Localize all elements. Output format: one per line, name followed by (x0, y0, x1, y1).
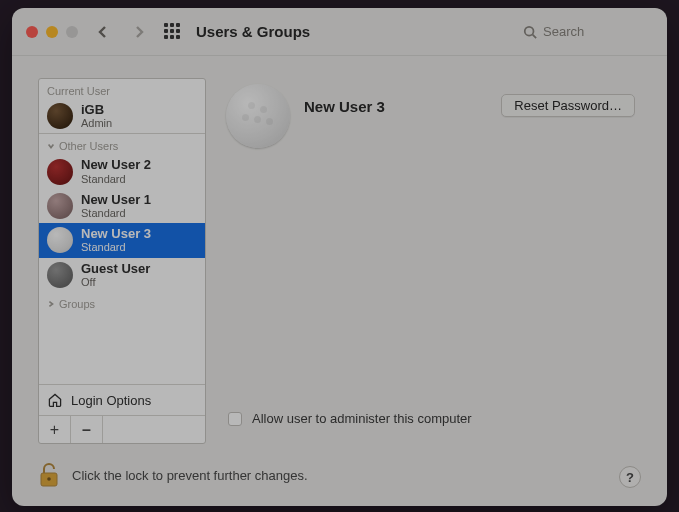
window-controls (26, 26, 78, 38)
avatar (47, 262, 73, 288)
user-detail-pane: New User 3 Reset Password… Allow user to… (220, 78, 641, 444)
user-role: Admin (81, 117, 112, 129)
pane-title: Users & Groups (196, 23, 310, 40)
minimize-window-button[interactable] (46, 26, 58, 38)
sidebar-item-user[interactable]: New User 1 Standard (39, 189, 205, 223)
user-name: New User 1 (81, 193, 151, 207)
login-options[interactable]: Login Options (39, 384, 205, 415)
user-list-sidebar: Current User iGB Admin Other Users New U… (38, 78, 206, 444)
svg-line-1 (533, 34, 537, 38)
sidebar-item-guest-user[interactable]: Guest User Off (39, 258, 205, 292)
search-field[interactable]: Search (523, 24, 653, 39)
zoom-window-button[interactable] (66, 26, 78, 38)
back-button[interactable] (92, 21, 114, 43)
user-name: New User 2 (81, 158, 151, 172)
reset-password-button[interactable]: Reset Password… (501, 94, 635, 117)
lock-hint-text: Click the lock to prevent further change… (72, 468, 308, 483)
add-user-button[interactable]: + (39, 416, 71, 443)
user-name: New User 3 (81, 227, 151, 241)
home-icon (47, 392, 63, 408)
toolbar: Users & Groups Search (12, 8, 667, 56)
allow-admin-checkbox[interactable] (228, 412, 242, 426)
forward-button[interactable] (128, 21, 150, 43)
search-icon (523, 25, 537, 39)
sidebar-item-user-selected[interactable]: New User 3 Standard (39, 223, 205, 257)
avatar (47, 227, 73, 253)
show-all-icon[interactable] (164, 23, 182, 41)
add-remove-bar: + – (39, 415, 205, 443)
footer: Click the lock to prevent further change… (12, 458, 667, 506)
system-preferences-window: Users & Groups Search Current User iGB A… (12, 8, 667, 506)
unlocked-lock-icon (38, 462, 60, 488)
remove-user-button[interactable]: – (71, 416, 103, 443)
user-name: Guest User (81, 262, 150, 276)
lock-button[interactable] (38, 462, 60, 488)
user-role: Standard (81, 207, 151, 219)
avatar (47, 159, 73, 185)
search-placeholder: Search (543, 24, 584, 39)
avatar (47, 193, 73, 219)
help-button[interactable]: ? (619, 466, 641, 488)
close-window-button[interactable] (26, 26, 38, 38)
svg-point-3 (47, 477, 51, 481)
user-full-name: New User 3 (304, 98, 487, 115)
user-role: Off (81, 276, 150, 288)
chevron-right-icon (47, 300, 55, 308)
avatar (47, 103, 73, 129)
sidebar-item-current-user[interactable]: iGB Admin (39, 99, 205, 133)
section-other-users[interactable]: Other Users (39, 134, 205, 154)
content-body: Current User iGB Admin Other Users New U… (12, 56, 667, 458)
sidebar-item-user[interactable]: New User 2 Standard (39, 154, 205, 188)
section-current-user: Current User (39, 79, 205, 99)
section-groups[interactable]: Groups (39, 292, 205, 312)
chevron-down-icon (47, 142, 55, 150)
user-role: Standard (81, 241, 151, 253)
allow-admin-row[interactable]: Allow user to administer this computer (220, 405, 641, 444)
user-avatar-large[interactable] (226, 84, 290, 148)
svg-point-0 (525, 26, 534, 35)
user-name: iGB (81, 103, 112, 117)
allow-admin-label: Allow user to administer this computer (252, 411, 472, 426)
user-role: Standard (81, 173, 151, 185)
